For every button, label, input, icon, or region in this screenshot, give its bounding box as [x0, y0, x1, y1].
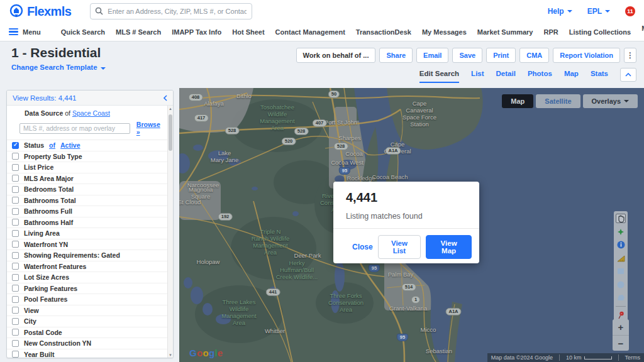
view-tab[interactable]: List — [471, 70, 484, 83]
nav-item[interactable]: Hot Sheet — [232, 28, 264, 36]
nav-item[interactable]: My Messages — [422, 28, 467, 36]
checkbox-icon[interactable] — [12, 307, 19, 314]
filter-row-status[interactable]: Status of Active — [7, 140, 173, 151]
view-tab[interactable]: Detail — [496, 70, 516, 83]
change-search-template-link[interactable]: Change Search Template — [11, 63, 106, 71]
chevron-left-icon[interactable] — [164, 95, 167, 101]
nav-item[interactable]: Quick Search — [61, 28, 105, 36]
status-of-link[interactable]: of — [49, 141, 55, 149]
rectangle-draw-icon[interactable] — [616, 266, 626, 276]
filter-row[interactable]: City — [7, 316, 173, 327]
zoom-in-button[interactable]: + — [613, 319, 629, 335]
status-value-link[interactable]: Active — [60, 141, 80, 149]
zoom-out-button[interactable]: − — [613, 335, 629, 351]
checkbox-icon[interactable] — [12, 241, 19, 248]
notification-badge[interactable]: 11 — [625, 6, 635, 16]
checkbox-icon[interactable] — [12, 252, 19, 259]
epl-menu[interactable]: EPL — [587, 7, 610, 16]
filter-row[interactable]: Waterfront Features — [7, 261, 173, 273]
terms-link[interactable]: Terms — [625, 354, 641, 361]
view-results-header[interactable]: View Results: 4,441 — [7, 90, 173, 106]
checkbox-icon[interactable] — [12, 285, 19, 292]
checkbox-icon[interactable] — [12, 340, 19, 347]
filter-row[interactable]: MLS Area Major — [7, 173, 173, 185]
filter-row[interactable]: New Construction YN — [7, 338, 173, 349]
pan-hand-icon[interactable] — [616, 214, 626, 223]
help-menu[interactable]: Help — [548, 7, 572, 16]
checkbox-icon[interactable] — [12, 329, 19, 336]
search-input[interactable] — [90, 3, 252, 19]
checkbox-icon[interactable] — [12, 274, 19, 281]
filter-row[interactable]: Waterfront YN — [7, 239, 173, 251]
action-button[interactable]: CMA — [519, 48, 549, 63]
action-button[interactable]: Email — [416, 48, 448, 63]
filter-row[interactable]: View — [7, 305, 173, 317]
collapse-panel-button[interactable] — [620, 68, 636, 82]
scroll-up-arrow[interactable]: ▲ — [168, 107, 173, 111]
map-canvas[interactable]: AlafayaBithloTosohatchee Wildlife Manage… — [179, 88, 644, 362]
checkbox-icon[interactable] — [12, 153, 19, 160]
view-tab[interactable]: Stats — [591, 70, 608, 83]
filter-row[interactable]: Postal Code — [7, 327, 173, 339]
checkbox-icon[interactable] — [12, 296, 19, 303]
scrollbar-thumb[interactable] — [169, 114, 172, 151]
filter-row[interactable]: Parking Features — [7, 283, 173, 295]
view-tab[interactable]: Edit Search — [419, 70, 459, 83]
mls-address-input[interactable] — [19, 123, 130, 134]
filter-row[interactable]: Showing Requirements: Gated — [7, 250, 173, 261]
filter-row[interactable]: Year Built — [7, 349, 173, 359]
action-button[interactable]: Print — [486, 48, 516, 63]
checkbox-icon[interactable] — [12, 197, 19, 204]
browse-link[interactable]: Browse » — [136, 121, 164, 136]
checkbox-icon[interactable] — [12, 263, 19, 270]
circle-draw-icon[interactable] — [616, 280, 626, 289]
menu-button[interactable]: Menu — [9, 28, 41, 36]
nav-item[interactable]: Contact Management — [275, 28, 345, 36]
filter-row[interactable]: List Price — [7, 162, 173, 173]
checkbox-icon[interactable] — [12, 186, 19, 193]
checkbox-checked-icon[interactable] — [12, 142, 19, 149]
map-view-button[interactable]: Map — [502, 94, 533, 108]
sidebar-scrollbar[interactable]: ▲ ▼ — [167, 106, 173, 358]
action-button[interactable]: Work on behalf of ... — [296, 48, 376, 63]
nav-item[interactable]: Listing Collections — [569, 28, 631, 36]
overlays-menu-button[interactable]: Overlays — [583, 94, 638, 108]
info-icon[interactable] — [616, 240, 626, 250]
nav-item[interactable]: Market Summary — [477, 28, 533, 36]
nav-item[interactable]: IMAPP Tax Info — [172, 28, 221, 36]
add-marker-icon[interactable] — [616, 227, 626, 236]
checkbox-icon[interactable] — [12, 208, 19, 215]
pushpin-icon[interactable] — [616, 310, 626, 320]
filter-row[interactable]: Bathrooms Total — [7, 195, 173, 207]
checkbox-icon[interactable] — [12, 164, 19, 171]
polygon-draw-icon[interactable] — [616, 293, 626, 302]
nav-item[interactable]: MLS # Search — [116, 28, 161, 36]
data-source-value-link[interactable]: Space Coast — [72, 109, 110, 117]
more-actions-button[interactable] — [624, 48, 636, 63]
filter-row[interactable]: Living Area — [7, 228, 173, 239]
view-map-button[interactable]: View Map — [426, 235, 472, 259]
scroll-down-arrow[interactable]: ▼ — [168, 353, 173, 357]
nav-item[interactable]: TransactionDesk — [356, 28, 411, 36]
close-button[interactable]: Close — [352, 243, 373, 251]
view-list-button[interactable]: View List — [378, 235, 421, 259]
filter-row[interactable]: Pool Features — [7, 294, 173, 305]
flexmls-logo[interactable]: Flexmls — [9, 4, 71, 19]
action-button[interactable]: Share — [379, 48, 413, 63]
filter-row[interactable]: Lot Size Acres — [7, 272, 173, 283]
checkbox-icon[interactable] — [12, 230, 19, 237]
checkbox-icon[interactable] — [12, 318, 19, 325]
action-button[interactable]: Save — [452, 48, 482, 63]
nav-item[interactable]: RPR — [543, 28, 558, 36]
measure-icon[interactable] — [616, 253, 626, 263]
filter-row[interactable]: Bedrooms Total — [7, 184, 173, 195]
filter-row[interactable]: Bathrooms Half — [7, 217, 173, 229]
action-button[interactable]: Report Violation — [553, 48, 620, 63]
filter-row[interactable]: Property Sub Type — [7, 151, 173, 163]
checkbox-icon[interactable] — [12, 351, 19, 358]
satellite-view-button[interactable]: Satellite — [536, 94, 580, 108]
nav-more-menu[interactable]: More — [641, 25, 644, 40]
view-tab[interactable]: Photos — [528, 70, 552, 83]
filter-row[interactable]: Bathrooms Full — [7, 206, 173, 217]
checkbox-icon[interactable] — [12, 219, 19, 226]
